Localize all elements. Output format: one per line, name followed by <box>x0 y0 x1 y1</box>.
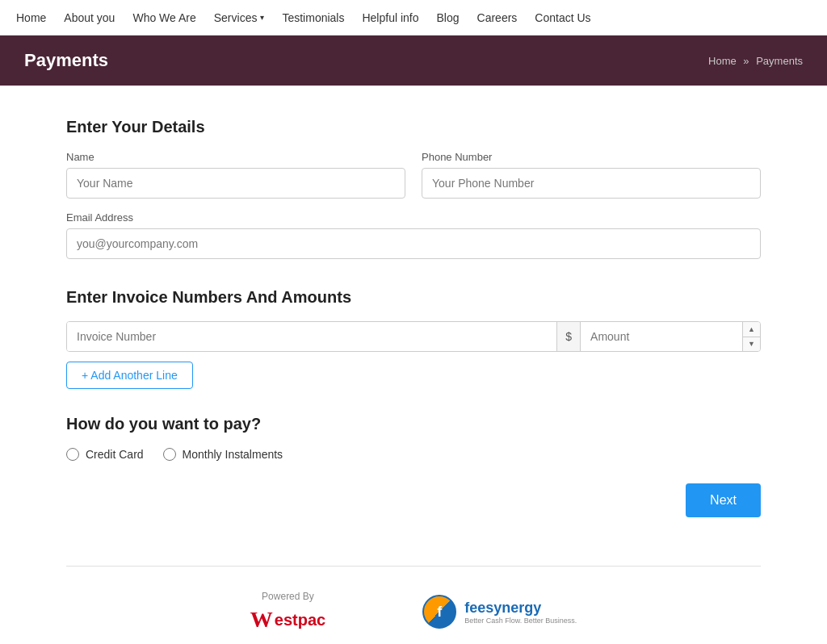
amount-input[interactable] <box>581 322 742 351</box>
feesynergy-text-block: feesynergy Better Cash Flow. Better Busi… <box>464 600 577 625</box>
dollar-sign: $ <box>557 322 581 351</box>
invoice-amount-wrapper: $ ▲ ▼ <box>557 322 760 351</box>
header-banner: Payments Home » Payments <box>0 36 827 86</box>
add-line-button[interactable]: + Add Another Line <box>66 362 193 389</box>
monthly-instalments-label: Monthly Instalments <box>183 448 283 461</box>
breadcrumb: Home » Payments <box>708 55 803 67</box>
westpac-w-icon: W <box>250 607 273 633</box>
breadcrumb-separator: » <box>743 55 749 67</box>
feesynergy-icon-letter: f <box>437 604 442 621</box>
feesynergy-name: feesynergy <box>464 600 577 617</box>
details-section-title: Enter Your Details <box>66 118 761 136</box>
payment-option-credit-card[interactable]: Credit Card <box>66 448 144 461</box>
feesynergy-section: f feesynergy Better Cash Flow. Better Bu… <box>422 595 577 629</box>
amount-decrement[interactable]: ▼ <box>743 337 760 352</box>
name-label: Name <box>66 151 405 163</box>
email-input[interactable] <box>66 228 761 259</box>
next-btn-row: Next <box>66 483 761 517</box>
nav-careers[interactable]: Careers <box>477 11 518 24</box>
invoice-number-input[interactable] <box>67 322 557 351</box>
westpac-logo: W estpac <box>250 607 325 633</box>
invoice-section: Enter Invoice Numbers And Amounts $ ▲ ▼ … <box>66 288 761 389</box>
nav-who-we-are[interactable]: Who We Are <box>132 11 195 24</box>
nav-services[interactable]: Services ▾ <box>214 11 265 24</box>
nav-contact-us[interactable]: Contact Us <box>535 11 590 24</box>
main-nav: Home About you Who We Are Services ▾ Tes… <box>0 0 827 36</box>
details-section: Enter Your Details Name Phone Number Ema… <box>66 118 761 259</box>
payment-options: Credit Card Monthly Instalments <box>66 448 761 461</box>
main-content: Enter Your Details Name Phone Number Ema… <box>50 86 777 644</box>
phone-group: Phone Number <box>422 151 761 199</box>
nav-home[interactable]: Home <box>16 11 46 24</box>
breadcrumb-home[interactable]: Home <box>708 55 737 67</box>
name-group: Name <box>66 151 405 199</box>
phone-label: Phone Number <box>422 151 761 163</box>
feesynergy-icon: f <box>422 595 456 629</box>
credit-card-label: Credit Card <box>86 448 144 461</box>
invoice-number-field <box>67 322 557 351</box>
nav-blog[interactable]: Blog <box>437 11 460 24</box>
payment-section: How do you want to pay? Credit Card Mont… <box>66 415 761 461</box>
invoice-amount-field <box>581 322 742 351</box>
nav-helpful-info[interactable]: Helpful info <box>362 11 418 24</box>
page-title: Payments <box>24 50 108 71</box>
radio-monthly-instalments[interactable] <box>163 448 176 461</box>
westpac-text: estpac <box>275 611 325 629</box>
phone-input[interactable] <box>422 168 761 199</box>
email-group: Email Address <box>66 211 761 259</box>
nav-about-you[interactable]: About you <box>64 11 115 24</box>
feesynergy-tagline: Better Cash Flow. Better Business. <box>464 617 577 625</box>
name-input[interactable] <box>66 168 405 199</box>
next-button[interactable]: Next <box>686 483 761 517</box>
name-phone-row: Name Phone Number <box>66 151 761 199</box>
payment-section-title: How do you want to pay? <box>66 415 761 433</box>
powered-by-section: Powered By W estpac <box>250 591 325 633</box>
amount-spinners: ▲ ▼ <box>742 322 760 351</box>
footer: Powered By W estpac f feesynergy Better … <box>66 566 761 644</box>
radio-credit-card[interactable] <box>66 448 79 461</box>
powered-by-text: Powered By <box>250 591 325 602</box>
email-label: Email Address <box>66 211 761 224</box>
invoice-row: $ ▲ ▼ <box>66 321 761 352</box>
nav-testimonials[interactable]: Testimonials <box>282 11 344 24</box>
invoice-section-title: Enter Invoice Numbers And Amounts <box>66 288 761 307</box>
payment-option-monthly[interactable]: Monthly Instalments <box>163 448 283 461</box>
services-dropdown-arrow: ▾ <box>260 13 264 22</box>
amount-increment[interactable]: ▲ <box>743 322 760 337</box>
breadcrumb-current: Payments <box>756 55 803 67</box>
